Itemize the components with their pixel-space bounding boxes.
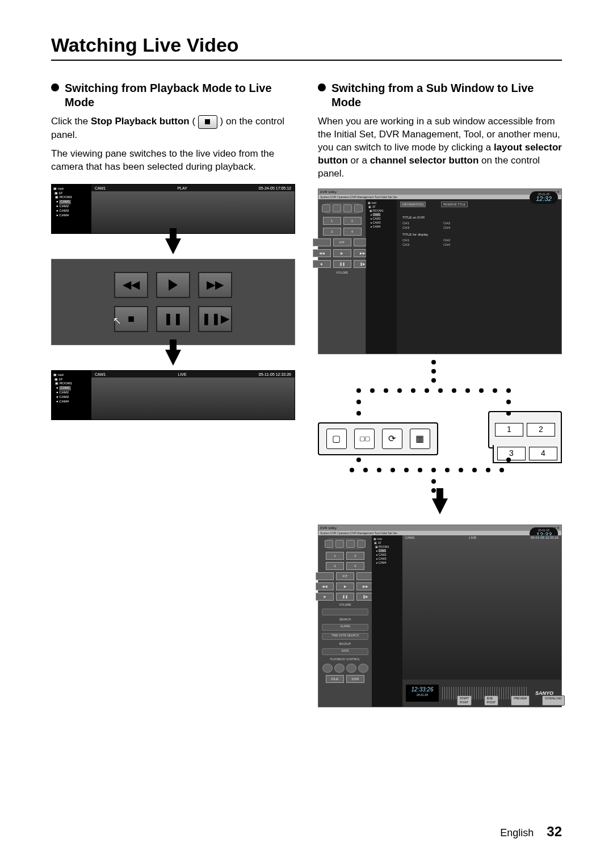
- dot-icon: [506, 411, 511, 416]
- t: CAM3: [59, 209, 69, 212]
- right-heading: Switching from a Sub Window to Live Mode: [331, 81, 562, 110]
- t: 05-24-05 17:05:12: [259, 186, 291, 190]
- btn[interactable]: ◀◀: [316, 582, 334, 590]
- clock: 05-01-05 12:32: [530, 191, 558, 204]
- t: Click the: [51, 116, 91, 127]
- dot-icon: [411, 388, 415, 393]
- save-button[interactable]: SAVE: [322, 648, 368, 655]
- preview-button[interactable]: PREVIEW: [511, 695, 530, 706]
- ch-button[interactable]: 1: [326, 552, 344, 560]
- label: PLAYBACK CONTROL: [330, 657, 360, 661]
- timedate-search-button[interactable]: TIME DATE SEARCH: [322, 633, 368, 640]
- dot-icon: [506, 458, 511, 462]
- t: 1F: [58, 191, 62, 195]
- ch-button[interactable]: 4: [346, 562, 364, 570]
- dot-icon: [404, 468, 409, 472]
- t: root: [58, 187, 64, 190]
- rewind-button[interactable]: ◀◀: [114, 272, 148, 298]
- dot-icon: [431, 360, 436, 364]
- ch-2-button[interactable]: 2: [527, 423, 555, 437]
- dot-icon: [356, 400, 361, 404]
- ch-button[interactable]: 1: [323, 217, 341, 225]
- dot-icon: [486, 468, 490, 472]
- dot-icon: [445, 468, 450, 472]
- btn[interactable]: ▶: [336, 582, 354, 590]
- dvr-button[interactable]: DVR: [346, 675, 364, 683]
- layout-selector[interactable]: [322, 203, 363, 214]
- btn[interactable]: ■: [313, 260, 331, 268]
- pause-button[interactable]: ❚❚: [156, 306, 190, 332]
- page-number: 32: [547, 824, 562, 839]
- dot-icon: [506, 388, 511, 393]
- t: TITLE for display: [402, 232, 556, 237]
- startpoint-button[interactable]: START POINT: [457, 695, 472, 706]
- info-tab[interactable]: INFORMATION1: [400, 202, 426, 208]
- volume-slider[interactable]: [322, 609, 368, 615]
- t: 05-01-05: [406, 693, 439, 697]
- cursor-icon: ↖: [113, 314, 121, 328]
- ch-3-button[interactable]: 3: [497, 447, 526, 460]
- dot-icon: [391, 468, 395, 472]
- btn[interactable]: [313, 238, 331, 246]
- t: CAM1: [59, 386, 71, 391]
- btn[interactable]: ❚❚: [333, 260, 351, 268]
- btn[interactable]: FIT: [333, 238, 351, 246]
- t: root: [58, 373, 64, 376]
- app-window-info: DVR Utility▭▭✕ System DVR Operation DVR …: [318, 188, 562, 354]
- camera-tree: ▣ root ▣ 1F ▣ ROOM1 ● CAM1 ● CAM2 ● CAM3…: [366, 199, 397, 354]
- dot-icon: [431, 378, 436, 383]
- title-rule: [51, 60, 562, 61]
- btn[interactable]: ▶: [333, 249, 351, 257]
- dot-icon: [350, 468, 354, 472]
- layout-1-icon[interactable]: ▢: [326, 429, 347, 449]
- t: CAM2: [373, 217, 381, 220]
- dot-icon: [377, 468, 381, 472]
- figure-right: DVR Utility▭▭✕ System DVR Operation DVR …: [318, 188, 562, 707]
- timeline-clock: 12:33:26 05-01-05: [406, 685, 439, 702]
- dot-icon: [479, 388, 484, 393]
- t: CAM4: [59, 213, 69, 217]
- bullet-icon: [51, 83, 59, 91]
- dot-icon: [493, 388, 497, 393]
- label: VOLUME: [339, 603, 351, 607]
- camera-tree: ▣ root ▣ 1F ▣ ROOM1 ● CAM1 ● CAM2 ● CAM3…: [52, 184, 91, 233]
- ch-button[interactable]: 2: [343, 217, 362, 225]
- btn[interactable]: ❚❚: [336, 593, 354, 601]
- btn[interactable]: ◀◀: [313, 249, 331, 257]
- t: CAM3: [59, 395, 69, 399]
- titlebar: DVR Utility▭▭✕: [318, 189, 561, 195]
- ch-button[interactable]: 2: [346, 552, 364, 560]
- btn[interactable]: ■: [316, 593, 334, 601]
- download-button[interactable]: DOWNLOAD: [542, 695, 564, 706]
- ch-4-button[interactable]: 4: [529, 447, 557, 460]
- layout-pip-icon[interactable]: ▢▢: [354, 429, 375, 449]
- video-header: CAM1 LIVE 05-11-05 12:33:26: [91, 371, 295, 378]
- endpoint-button[interactable]: END POINT: [484, 695, 498, 706]
- ch-1-button[interactable]: 1: [495, 423, 523, 437]
- menubar: System DVR Operation DVR Management Tool…: [318, 195, 561, 199]
- language-label: English: [500, 827, 534, 838]
- reserve-tab[interactable]: RESERVE TITLE: [441, 202, 468, 208]
- t: CAM3: [373, 221, 381, 224]
- layout-4-icon[interactable]: ▦: [410, 429, 430, 449]
- alarm-button[interactable]: ALARM: [322, 624, 368, 631]
- callout: [[200,10],[200,26],[200,42],[68,60],[92,…: [318, 354, 562, 525]
- col-left: Switching from Playback Mode to Live Mod…: [51, 81, 295, 707]
- t: CAM1: [373, 213, 381, 216]
- ch-button[interactable]: 3: [323, 228, 341, 236]
- fastfwd-button[interactable]: ▶▶: [198, 272, 232, 298]
- layout-selector[interactable]: [325, 538, 366, 550]
- right-p1: When you are working in a sub window acc…: [318, 115, 562, 181]
- btn[interactable]: FIT: [336, 572, 354, 580]
- step-button[interactable]: ❚❚▶: [198, 306, 232, 332]
- ch-button[interactable]: 3: [326, 562, 344, 570]
- dot-icon: [506, 400, 511, 404]
- ch-button[interactable]: 4: [343, 228, 362, 236]
- video-thumb: [91, 378, 295, 420]
- layout-rotate-icon[interactable]: ⟳: [382, 429, 402, 449]
- file-button[interactable]: FILE: [326, 675, 344, 683]
- btn[interactable]: [316, 572, 334, 580]
- playback-knob[interactable]: [322, 664, 368, 673]
- timeline-buttons: START POINT END POINT PREVIEW DOWNLOAD: [457, 695, 557, 706]
- play-button[interactable]: [156, 272, 190, 298]
